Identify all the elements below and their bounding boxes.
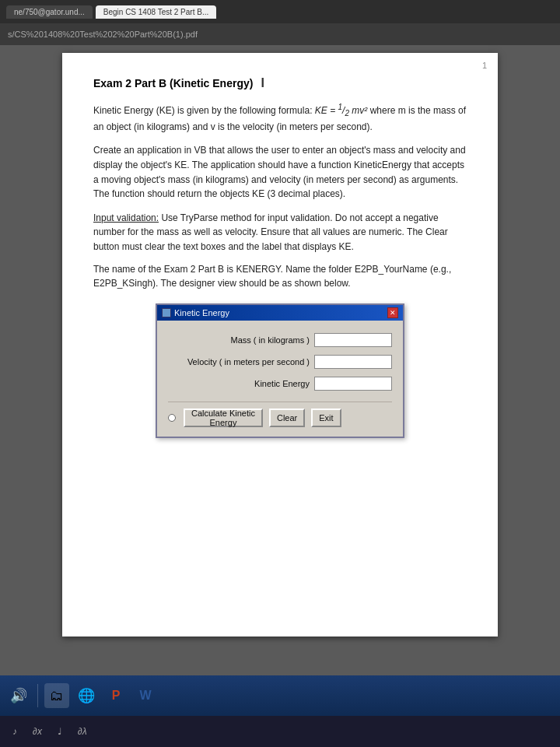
edge-icon[interactable]: 🌐 bbox=[74, 683, 99, 708]
ke-input[interactable] bbox=[314, 377, 392, 391]
powerpoint-icon[interactable]: P bbox=[103, 683, 128, 708]
tab-1[interactable]: ne/750@gator.und... bbox=[6, 5, 93, 19]
bottom-symbol-4: ∂λ bbox=[78, 726, 87, 737]
vb-radio-button bbox=[168, 414, 176, 422]
velocity-label: Velocity ( in meters per second ) bbox=[185, 357, 310, 366]
calculate-button[interactable]: Calculate KineticEnergy bbox=[184, 409, 263, 427]
bottom-symbol-2: ∂x bbox=[33, 726, 42, 737]
vb-close-button[interactable]: ✕ bbox=[387, 307, 398, 318]
browser-bar: ne/750@gator.und... Begin CS 1408 Test 2… bbox=[0, 0, 560, 23]
mass-label: Mass ( in kilograms ) bbox=[185, 335, 310, 345]
ke-label: Kinetic Energy bbox=[185, 379, 310, 388]
taskbar: 🔊 🗂 🌐 P W bbox=[0, 675, 560, 716]
vb-window-title: Kinetic Energy bbox=[174, 308, 229, 317]
vb-designer-window: Kinetic Energy ✕ Mass ( in kilograms ) V… bbox=[156, 303, 404, 438]
exam-title: Exam 2 Part B (Kinetic Energy) I bbox=[93, 76, 467, 90]
files-icon[interactable]: 🗂 bbox=[44, 683, 69, 708]
cursor-icon: I bbox=[261, 76, 264, 90]
bottom-symbol-3: ♩ bbox=[58, 726, 62, 737]
mass-row: Mass ( in kilograms ) bbox=[168, 333, 392, 347]
exit-button[interactable]: Exit bbox=[311, 409, 341, 427]
bottom-item-2: ∂x bbox=[33, 726, 42, 737]
velocity-input[interactable] bbox=[314, 355, 392, 369]
input-validation-label: Input validation: bbox=[93, 212, 159, 223]
bottom-item-4: ∂λ bbox=[78, 726, 87, 737]
bottom-symbol-1: ♪ bbox=[12, 726, 17, 737]
input-validation-paragraph: Input validation: Use TryParse method fo… bbox=[93, 211, 467, 254]
vb-buttons-row: Calculate KineticEnergy Clear Exit bbox=[168, 402, 392, 427]
vb-form-body: Mass ( in kilograms ) Velocity ( in mete… bbox=[157, 321, 403, 437]
taskbar-separator bbox=[37, 684, 38, 707]
mass-input[interactable] bbox=[314, 333, 392, 347]
address-text: s/CS%201408%20Test%202%20Part%20B(1).pdf bbox=[8, 30, 198, 39]
folder-info-paragraph: The name of the Exam 2 Part B is KENERGY… bbox=[93, 262, 467, 291]
page-number: 1 bbox=[482, 61, 487, 70]
vb-titlebar: Kinetic Energy ✕ bbox=[157, 305, 403, 321]
volume-icon[interactable]: 🔊 bbox=[6, 683, 31, 708]
bottom-item-3: ♩ bbox=[58, 726, 62, 737]
bottom-bar: ♪ ∂x ♩ ∂λ bbox=[0, 716, 560, 747]
ke-row: Kinetic Energy bbox=[168, 377, 392, 391]
pdf-page: 1 Exam 2 Part B (Kinetic Energy) I Kinet… bbox=[62, 53, 498, 637]
tab-2[interactable]: Begin CS 1408 Test 2 Part B... bbox=[96, 5, 216, 19]
vb-title-left: Kinetic Energy bbox=[162, 308, 229, 317]
formula-text: KE = 1/2 mv² bbox=[315, 105, 368, 116]
clear-button[interactable]: Clear bbox=[269, 409, 305, 427]
intro-paragraph: Kinetic Energy (KE) is given by the foll… bbox=[93, 101, 467, 134]
word-icon[interactable]: W bbox=[133, 683, 158, 708]
address-bar: s/CS%201408%20Test%202%20Part%20B(1).pdf bbox=[0, 23, 560, 45]
velocity-row: Velocity ( in meters per second ) bbox=[168, 355, 392, 369]
description-paragraph: Create an application in VB that allows … bbox=[93, 143, 467, 201]
vb-app-icon bbox=[162, 308, 171, 317]
content-area: 1 Exam 2 Part B (Kinetic Energy) I Kinet… bbox=[0, 45, 560, 675]
bottom-item-1: ♪ bbox=[12, 726, 17, 737]
exam-title-text: Exam 2 Part B (Kinetic Energy) bbox=[93, 77, 253, 89]
tab-strip: ne/750@gator.und... Begin CS 1408 Test 2… bbox=[6, 5, 216, 19]
